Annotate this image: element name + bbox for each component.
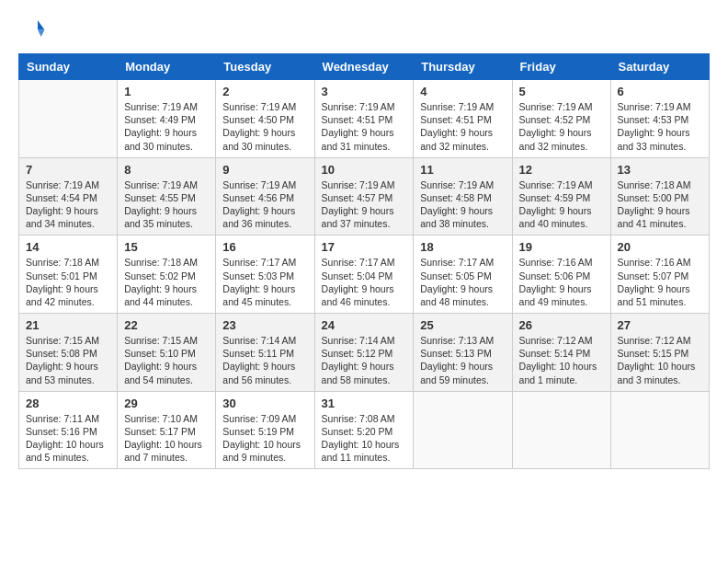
calendar-cell: 4Sunrise: 7:19 AM Sunset: 4:51 PM Daylig… <box>414 80 512 158</box>
day-info: Sunrise: 7:19 AM Sunset: 4:57 PM Dayligh… <box>322 178 407 231</box>
day-number: 9 <box>222 163 307 177</box>
calendar-cell: 23Sunrise: 7:14 AM Sunset: 5:11 PM Dayli… <box>216 314 314 392</box>
calendar-cell: 25Sunrise: 7:13 AM Sunset: 5:13 PM Dayli… <box>414 314 512 392</box>
calendar-cell: 21Sunrise: 7:15 AM Sunset: 5:08 PM Dayli… <box>19 314 118 392</box>
day-info: Sunrise: 7:18 AM Sunset: 5:00 PM Dayligh… <box>618 178 702 231</box>
day-info: Sunrise: 7:19 AM Sunset: 4:49 PM Dayligh… <box>124 100 209 153</box>
day-number: 11 <box>420 163 505 177</box>
day-number: 6 <box>618 85 702 98</box>
day-info: Sunrise: 7:19 AM Sunset: 4:50 PM Dayligh… <box>222 100 307 153</box>
day-info: Sunrise: 7:19 AM Sunset: 4:55 PM Dayligh… <box>124 178 209 231</box>
day-info: Sunrise: 7:15 AM Sunset: 5:10 PM Dayligh… <box>124 334 209 386</box>
calendar-cell <box>414 391 512 469</box>
day-info: Sunrise: 7:19 AM Sunset: 4:58 PM Dayligh… <box>420 178 505 231</box>
calendar-cell: 28Sunrise: 7:11 AM Sunset: 5:16 PM Dayli… <box>19 391 118 469</box>
calendar-cell: 19Sunrise: 7:16 AM Sunset: 5:06 PM Dayli… <box>512 236 610 314</box>
column-header-thursday: Thursday <box>414 54 512 80</box>
day-info: Sunrise: 7:16 AM Sunset: 5:07 PM Dayligh… <box>618 256 702 308</box>
logo <box>18 15 50 42</box>
day-number: 1 <box>124 85 209 98</box>
calendar-cell: 12Sunrise: 7:19 AM Sunset: 4:59 PM Dayli… <box>512 157 610 236</box>
calendar-cell: 18Sunrise: 7:17 AM Sunset: 5:05 PM Dayli… <box>414 236 512 314</box>
day-number: 3 <box>322 85 407 98</box>
column-header-friday: Friday <box>512 54 610 80</box>
day-info: Sunrise: 7:11 AM Sunset: 5:16 PM Dayligh… <box>26 412 110 465</box>
day-number: 15 <box>124 240 209 254</box>
day-info: Sunrise: 7:18 AM Sunset: 5:02 PM Dayligh… <box>124 256 209 308</box>
day-number: 18 <box>420 240 505 254</box>
day-info: Sunrise: 7:18 AM Sunset: 5:01 PM Dayligh… <box>26 256 110 308</box>
calendar-cell: 5Sunrise: 7:19 AM Sunset: 4:52 PM Daylig… <box>512 80 610 158</box>
day-info: Sunrise: 7:12 AM Sunset: 5:14 PM Dayligh… <box>519 334 604 386</box>
day-info: Sunrise: 7:19 AM Sunset: 4:51 PM Dayligh… <box>322 100 407 153</box>
page-header <box>18 15 710 42</box>
day-info: Sunrise: 7:17 AM Sunset: 5:05 PM Dayligh… <box>420 256 505 308</box>
calendar-cell <box>19 80 118 158</box>
calendar-week-row: 14Sunrise: 7:18 AM Sunset: 5:01 PM Dayli… <box>19 236 710 314</box>
calendar-cell: 17Sunrise: 7:17 AM Sunset: 5:04 PM Dayli… <box>314 236 414 314</box>
day-info: Sunrise: 7:19 AM Sunset: 4:54 PM Dayligh… <box>26 178 110 231</box>
day-info: Sunrise: 7:15 AM Sunset: 5:08 PM Dayligh… <box>26 334 110 386</box>
day-number: 28 <box>26 396 110 410</box>
calendar-cell: 9Sunrise: 7:19 AM Sunset: 4:56 PM Daylig… <box>216 157 314 236</box>
day-info: Sunrise: 7:19 AM Sunset: 4:56 PM Dayligh… <box>222 178 307 231</box>
day-info: Sunrise: 7:12 AM Sunset: 5:15 PM Dayligh… <box>618 334 702 386</box>
day-number: 13 <box>618 163 702 177</box>
day-number: 12 <box>519 163 604 177</box>
day-info: Sunrise: 7:14 AM Sunset: 5:12 PM Dayligh… <box>322 334 407 386</box>
svg-marker-1 <box>38 30 45 38</box>
calendar-cell: 20Sunrise: 7:16 AM Sunset: 5:07 PM Dayli… <box>610 236 709 314</box>
calendar-cell: 22Sunrise: 7:15 AM Sunset: 5:10 PM Dayli… <box>118 314 216 392</box>
calendar-cell: 16Sunrise: 7:17 AM Sunset: 5:03 PM Dayli… <box>216 236 314 314</box>
day-info: Sunrise: 7:16 AM Sunset: 5:06 PM Dayligh… <box>519 256 604 308</box>
svg-marker-0 <box>38 20 45 30</box>
calendar-week-row: 21Sunrise: 7:15 AM Sunset: 5:08 PM Dayli… <box>19 314 710 392</box>
day-number: 27 <box>618 318 702 332</box>
day-info: Sunrise: 7:09 AM Sunset: 5:19 PM Dayligh… <box>222 412 307 465</box>
calendar-cell: 26Sunrise: 7:12 AM Sunset: 5:14 PM Dayli… <box>512 314 610 392</box>
day-number: 30 <box>222 396 307 410</box>
day-number: 24 <box>322 318 407 332</box>
calendar-cell: 8Sunrise: 7:19 AM Sunset: 4:55 PM Daylig… <box>118 157 216 236</box>
day-number: 19 <box>519 240 604 254</box>
calendar-cell: 2Sunrise: 7:19 AM Sunset: 4:50 PM Daylig… <box>216 80 314 158</box>
calendar-cell <box>610 391 709 469</box>
day-info: Sunrise: 7:10 AM Sunset: 5:17 PM Dayligh… <box>124 412 209 465</box>
calendar-cell: 6Sunrise: 7:19 AM Sunset: 4:53 PM Daylig… <box>610 80 709 158</box>
day-number: 25 <box>420 318 505 332</box>
day-number: 23 <box>222 318 307 332</box>
day-number: 16 <box>222 240 307 254</box>
day-number: 5 <box>519 85 604 98</box>
day-number: 4 <box>420 85 505 98</box>
day-number: 2 <box>222 85 307 98</box>
day-number: 31 <box>322 396 407 410</box>
calendar-cell: 13Sunrise: 7:18 AM Sunset: 5:00 PM Dayli… <box>610 157 709 236</box>
calendar-header-row: SundayMondayTuesdayWednesdayThursdayFrid… <box>19 54 710 80</box>
day-number: 21 <box>26 318 110 332</box>
calendar-cell: 27Sunrise: 7:12 AM Sunset: 5:15 PM Dayli… <box>610 314 709 392</box>
day-info: Sunrise: 7:19 AM Sunset: 4:51 PM Dayligh… <box>420 100 505 153</box>
day-number: 14 <box>26 240 110 254</box>
day-info: Sunrise: 7:17 AM Sunset: 5:04 PM Dayligh… <box>322 256 407 308</box>
day-number: 17 <box>322 240 407 254</box>
calendar-cell <box>512 391 610 469</box>
day-number: 8 <box>124 163 209 177</box>
calendar-cell: 11Sunrise: 7:19 AM Sunset: 4:58 PM Dayli… <box>414 157 512 236</box>
day-info: Sunrise: 7:08 AM Sunset: 5:20 PM Dayligh… <box>322 412 407 465</box>
calendar-cell: 10Sunrise: 7:19 AM Sunset: 4:57 PM Dayli… <box>314 157 414 236</box>
day-info: Sunrise: 7:14 AM Sunset: 5:11 PM Dayligh… <box>222 334 307 386</box>
day-info: Sunrise: 7:13 AM Sunset: 5:13 PM Dayligh… <box>420 334 505 386</box>
day-number: 20 <box>618 240 702 254</box>
day-info: Sunrise: 7:19 AM Sunset: 4:53 PM Dayligh… <box>618 100 702 153</box>
calendar-cell: 7Sunrise: 7:19 AM Sunset: 4:54 PM Daylig… <box>19 157 118 236</box>
day-info: Sunrise: 7:19 AM Sunset: 4:59 PM Dayligh… <box>519 178 604 231</box>
column-header-wednesday: Wednesday <box>314 54 414 80</box>
day-number: 10 <box>322 163 407 177</box>
day-number: 22 <box>124 318 209 332</box>
calendar-cell: 3Sunrise: 7:19 AM Sunset: 4:51 PM Daylig… <box>314 80 414 158</box>
calendar-table: SundayMondayTuesdayWednesdayThursdayFrid… <box>18 53 710 469</box>
calendar-cell: 1Sunrise: 7:19 AM Sunset: 4:49 PM Daylig… <box>118 80 216 158</box>
day-info: Sunrise: 7:17 AM Sunset: 5:03 PM Dayligh… <box>222 256 307 308</box>
day-number: 29 <box>124 396 209 410</box>
column-header-saturday: Saturday <box>610 54 709 80</box>
